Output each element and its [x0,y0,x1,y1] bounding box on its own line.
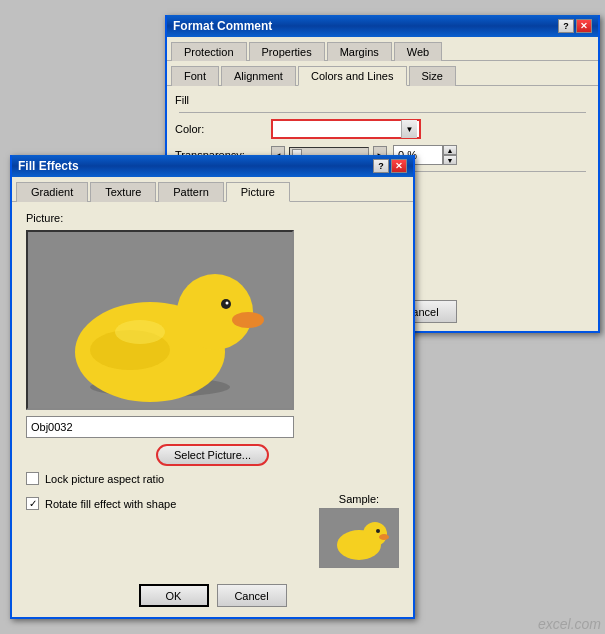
rotate-checkbox-row: ✓ Rotate fill effect with shape [26,497,309,510]
rotate-checkbox[interactable]: ✓ [26,497,39,510]
tabs-row-2: Font Alignment Colors and Lines Size [167,61,598,86]
tab-properties[interactable]: Properties [249,42,325,61]
fill-effects-dialog: Fill Effects ? ✕ Gradient Texture Patter… [10,155,415,619]
format-comment-title: Format Comment [173,19,272,33]
fill-effects-tabs: Gradient Texture Pattern Picture [12,177,413,202]
tabs-row-1: Protection Properties Margins Web [167,37,598,61]
fill-effects-close-button[interactable]: ✕ [391,159,407,173]
svg-point-4 [232,312,264,328]
svg-point-11 [363,522,387,546]
svg-point-13 [376,529,380,533]
tab-texture[interactable]: Texture [90,182,156,202]
select-picture-button[interactable]: Select Picture... [156,444,269,466]
left-side: ✓ Rotate fill effect with shape [26,493,309,514]
tab-colors-and-lines[interactable]: Colors and Lines [298,66,407,86]
color-dropdown-arrow[interactable]: ▼ [401,120,417,138]
fill-section-label: Fill [175,94,590,106]
svg-point-3 [177,274,253,350]
tab-protection[interactable]: Protection [171,42,247,61]
fill-effects-title: Fill Effects [18,159,79,173]
tab-web[interactable]: Web [394,42,442,61]
tab-font[interactable]: Font [171,66,219,86]
lock-checkbox-row: Lock picture aspect ratio [26,472,399,485]
picture-section: Picture: [12,202,413,578]
tab-picture[interactable]: Picture [226,182,290,202]
svg-point-6 [226,302,229,305]
help-button[interactable]: ? [558,19,574,33]
tab-size[interactable]: Size [409,66,456,86]
picture-name: Obj0032 [31,421,73,433]
tab-margins[interactable]: Margins [327,42,392,61]
fill-effects-buttons: OK Cancel [12,578,413,617]
title-bar-controls: ? ✕ [558,19,592,33]
transparency-spin-buttons: ▲ ▼ [443,145,457,165]
tab-gradient[interactable]: Gradient [16,182,88,202]
spin-up[interactable]: ▲ [443,145,457,155]
tab-pattern[interactable]: Pattern [158,182,223,202]
svg-point-12 [379,534,389,540]
sample-duck-svg [321,510,397,566]
color-combo[interactable]: ▼ [271,119,421,139]
picture-frame [26,230,294,410]
lock-checkbox[interactable] [26,472,39,485]
duck-svg [30,232,290,408]
watermark: excel.com [538,616,601,632]
tab-alignment[interactable]: Alignment [221,66,296,86]
svg-point-8 [115,320,165,344]
color-label: Color: [175,123,265,135]
lock-label: Lock picture aspect ratio [45,473,164,485]
picture-name-field: Obj0032 [26,416,294,438]
sample-label: Sample: [319,493,399,505]
color-row: Color: ▼ [175,119,590,139]
rotate-label: Rotate fill effect with shape [45,498,176,510]
fill-effects-title-bar: Fill Effects ? ✕ [12,155,413,177]
fill-ok-button[interactable]: OK [139,584,209,607]
sample-container: Sample: [319,493,399,568]
sample-box [319,508,399,568]
fill-effects-title-controls: ? ✕ [373,159,407,173]
format-comment-title-bar: Format Comment ? ✕ [167,15,598,37]
fill-cancel-button[interactable]: Cancel [217,584,287,607]
picture-label: Picture: [26,212,399,224]
close-button[interactable]: ✕ [576,19,592,33]
sample-area: ✓ Rotate fill effect with shape Sample: [26,493,399,568]
spin-down[interactable]: ▼ [443,155,457,165]
fill-effects-help-button[interactable]: ? [373,159,389,173]
